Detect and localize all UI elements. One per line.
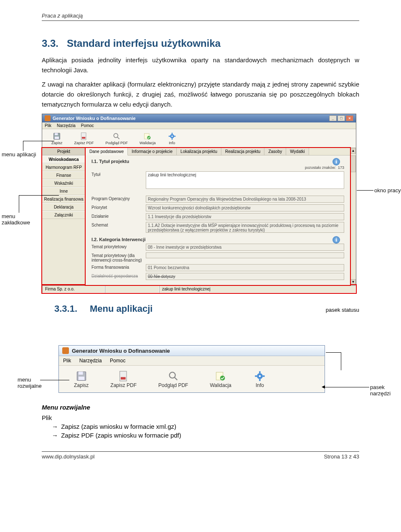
app-toolbar: Zapisz Zapisz PDF Podgląd PDF Walidacja … (59, 366, 325, 392)
label-plik: Plik (42, 414, 359, 421)
field-dzialanie: 1.1 Inwestycje dla przedsiębiorstw (146, 213, 344, 220)
svg-rect-19 (121, 377, 126, 379)
tab-dane-podstawowe[interactable]: Dane podstawowe (86, 148, 128, 155)
scroll-down-icon[interactable]: ▼ (350, 279, 356, 285)
field-temat-cf (146, 252, 344, 258)
info-icon[interactable]: i (332, 158, 340, 165)
section-title-2: I.2. Kategoria Interwencji (91, 237, 344, 242)
window-title: Generator Wniosku o Dofinansowanie (72, 348, 170, 354)
label-priorytet: Priorytet (91, 204, 146, 210)
close-button[interactable]: × (346, 115, 353, 121)
toolbar-zapisz[interactable]: Zapisz (46, 131, 69, 146)
gear-icon (253, 370, 266, 382)
toolbar-info[interactable]: Info (242, 368, 277, 390)
remaining-chars: pozostało znaków: 173 (91, 165, 344, 170)
scrollbar[interactable]: ▲ ▼ (350, 148, 356, 285)
sidebar-item-deklaracja[interactable]: Deklaracja (42, 203, 85, 211)
toolbar-zapisz[interactable]: Zapisz (63, 368, 99, 390)
svg-point-25 (259, 375, 261, 377)
svg-point-10 (171, 135, 173, 137)
heading-3-3-1: 3.3.1.Menu aplikacji (54, 303, 152, 314)
arrow-icon: → (52, 423, 59, 430)
tab-wydatki[interactable]: Wydatki (286, 148, 309, 155)
sidebar-item-finanse[interactable]: Finanse (42, 171, 85, 179)
running-title: Praca z aplikacją (42, 13, 83, 19)
svg-line-21 (174, 377, 177, 380)
menu-narzedzia[interactable]: Narzędzia (79, 358, 102, 364)
window-titlebar: Generator Wniosku o Dofinansowanie _ □ × (42, 114, 356, 122)
label-forma: Forma finansowania (91, 264, 146, 270)
validate-icon (214, 370, 227, 382)
input-tytul[interactable]: zakup linii technologicznej (146, 171, 344, 189)
tab-lokalizacja[interactable]: Lokalizacja projektu (177, 148, 221, 155)
heading-text: Standard interfejsu użytkownika (67, 38, 221, 49)
svg-rect-1 (55, 133, 58, 135)
paragraph-1: Aplikacja posiada jednolity interfejs uż… (42, 55, 359, 75)
scroll-thumb[interactable] (350, 155, 356, 172)
label-program: Program Operacyjny (91, 196, 146, 201)
maximize-button[interactable]: □ (338, 115, 345, 121)
menu-narzedzia[interactable]: Narzędzia (57, 123, 76, 128)
info-icon[interactable]: i (332, 236, 340, 244)
field-temat: 08 - Inne inwestycje w przedsiębiorstwa (146, 244, 344, 251)
status-firma: Firma Sp. z o.o. (42, 285, 105, 293)
screenshot-app-window: Generator Wniosku o Dofinansowanie _ □ ×… (42, 114, 356, 293)
toolbar-zapisz-pdf[interactable]: Zapisz PDF (99, 368, 147, 390)
sidebar-item-zalaczniki[interactable]: Załączniki (42, 211, 85, 219)
toolbar-podglad-pdf[interactable]: Podgląd PDF (100, 131, 134, 146)
save-pdf-icon (117, 370, 130, 382)
svg-rect-16 (79, 372, 83, 375)
sidebar-item-inne[interactable]: Inne (42, 187, 85, 195)
toolbar-info[interactable]: Info (162, 131, 183, 146)
callout-pasek-statusu: pasek statusu (326, 293, 359, 320)
label-temat-cf: Temat priorytetowy (dla interwencji cros… (91, 252, 146, 262)
field-program: Regionalny Program Operacyjny dla Wojewó… (146, 196, 344, 203)
arrow-icon: → (52, 432, 59, 439)
menu-plik[interactable]: Plik (63, 358, 71, 364)
save-icon (75, 370, 88, 382)
menu-pomoc[interactable]: Pomoc (81, 123, 94, 128)
svg-rect-17 (79, 377, 84, 380)
app-toolbar: Zapisz Zapisz PDF Podgląd PDF Walidacja … (42, 129, 356, 148)
screenshot-menubar-detail: Generator Wniosku o Dofinansowanie Plik … (58, 345, 325, 393)
window-title: Generator Wniosku o Dofinansowanie (53, 116, 136, 121)
sidebar-item-wnioskodawca[interactable]: Wnioskodawca (42, 155, 85, 163)
tab-realizacja[interactable]: Realizacja projektu (221, 148, 265, 155)
minimize-button[interactable]: _ (329, 115, 337, 121)
save-icon (52, 132, 61, 141)
heading-number: 3.3. (42, 38, 58, 49)
gear-icon (168, 132, 177, 141)
app-icon (62, 347, 69, 354)
sidebar-item-harmonogram[interactable]: Harmonogram RFP (42, 163, 85, 171)
footer-page: Strona 13 z 43 (324, 453, 359, 460)
toolbar-walidacja[interactable]: Walidacja (199, 368, 242, 390)
sidebar-header: Projekt (42, 148, 85, 155)
sidebar-item-realizacja[interactable]: Realizacja finansowa (42, 195, 85, 203)
app-icon (45, 115, 51, 121)
preview-icon (167, 370, 180, 382)
tab-informacje[interactable]: Informacje o projekcie (128, 148, 177, 155)
work-area: Dane podstawowe Informacje o projekcie L… (86, 148, 350, 285)
field-priorytet: Wzrost konkurencyjności dolnośląskich pr… (146, 204, 344, 211)
svg-rect-4 (82, 137, 85, 139)
label-tytul: Tytuł (91, 171, 146, 177)
field-schemat: 1.1.A2 Dotacje inwestycyjne dla MŚP wspi… (146, 222, 344, 233)
status-mid (105, 285, 159, 293)
toolbar-walidacja[interactable]: Walidacja (134, 131, 162, 146)
app-menubar: Plik Narzędzia Pomoc (59, 356, 325, 366)
tab-zasoby[interactable]: Zasoby (264, 148, 286, 155)
validate-icon (143, 132, 152, 141)
toolbar-zapisz-pdf[interactable]: Zapisz PDF (69, 131, 100, 146)
scroll-up-icon[interactable]: ▲ (350, 148, 356, 154)
svg-rect-18 (119, 371, 126, 381)
label-dzialalnosc: Działalność gospodarcza (91, 273, 146, 278)
menu-plik[interactable]: Plik (45, 123, 51, 128)
menu-pomoc[interactable]: Pomoc (110, 358, 125, 364)
paragraph-2: Z uwagi na charakter aplikacji (formular… (42, 79, 359, 109)
svg-rect-3 (81, 133, 86, 140)
sidebar-item-wskazniki[interactable]: Wskaźniki (42, 179, 85, 187)
svg-line-6 (117, 137, 119, 139)
list-item: → Zapisz PDF (zapis wniosku w formacie p… (52, 432, 359, 439)
toolbar-podglad-pdf[interactable]: Podgląd PDF (147, 368, 199, 390)
window-titlebar: Generator Wniosku o Dofinansowanie (59, 346, 325, 356)
